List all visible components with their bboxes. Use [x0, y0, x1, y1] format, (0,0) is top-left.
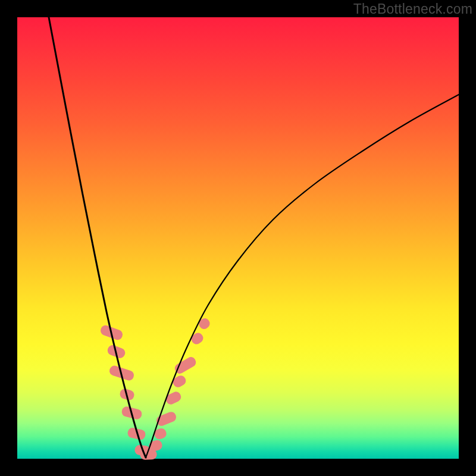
chart-frame — [17, 17, 459, 459]
curve-right-branch — [146, 95, 459, 458]
curve-left-branch — [49, 17, 146, 458]
bottleneck-curve — [17, 17, 459, 459]
watermark-text: TheBottleneck.com — [353, 1, 472, 17]
